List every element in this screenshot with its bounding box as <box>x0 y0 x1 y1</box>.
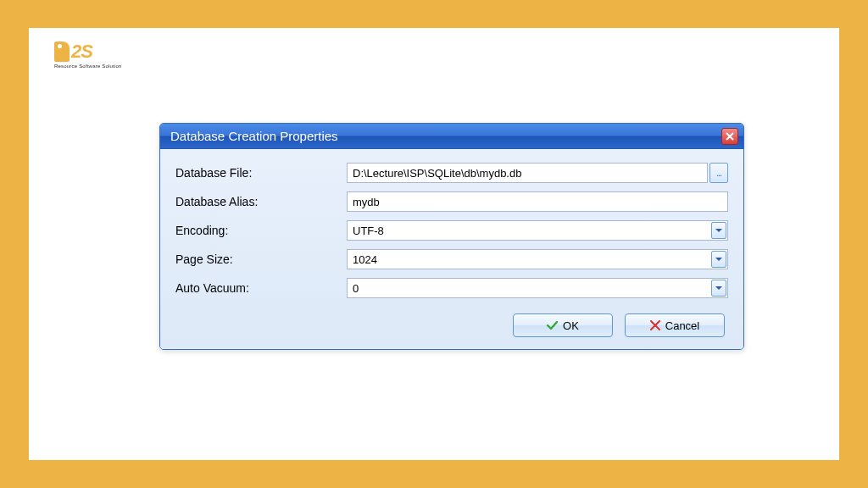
auto-vacuum-dropdown-button[interactable] <box>711 280 726 297</box>
page-size-select[interactable]: 1024 <box>347 249 728 269</box>
check-icon <box>547 321 558 330</box>
chevron-down-icon <box>715 286 722 291</box>
page-size-value: 1024 <box>353 253 377 266</box>
x-icon <box>650 320 660 330</box>
database-creation-dialog: Database Creation Properties Database Fi… <box>159 123 744 350</box>
database-alias-input[interactable] <box>347 191 728 212</box>
logo-mark-icon <box>54 42 70 62</box>
encoding-select[interactable]: UTF-8 <box>347 220 728 241</box>
logo-subtitle: Resource Software Solution <box>54 64 122 69</box>
row-database-alias: Database Alias: <box>175 191 728 212</box>
ellipsis-icon: ... <box>716 169 721 178</box>
row-page-size: Page Size: 1024 <box>175 249 728 269</box>
row-encoding: Encoding: UTF-8 <box>175 220 728 241</box>
cancel-label: Cancel <box>665 319 699 332</box>
auto-vacuum-value: 0 <box>353 282 359 295</box>
cancel-button[interactable]: Cancel <box>625 313 725 337</box>
label-encoding: Encoding: <box>175 224 347 237</box>
browse-button[interactable]: ... <box>709 163 728 183</box>
row-auto-vacuum: Auto Vacuum: 0 <box>175 278 728 298</box>
dialog-body: Database File: ... Database Alias: Encod… <box>160 149 743 349</box>
label-database-alias: Database Alias: <box>175 195 347 208</box>
page-size-dropdown-button[interactable] <box>711 251 726 268</box>
encoding-dropdown-button[interactable] <box>711 222 726 239</box>
ok-label: OK <box>563 319 579 332</box>
auto-vacuum-select[interactable]: 0 <box>347 278 728 298</box>
dialog-button-row: OK Cancel <box>175 313 728 337</box>
dialog-titlebar[interactable]: Database Creation Properties <box>160 124 743 149</box>
close-icon <box>726 132 734 141</box>
chevron-down-icon <box>715 229 722 233</box>
logo: 2S Resource Software Solution <box>54 41 122 69</box>
outer-frame: 2S Resource Software Solution Database C… <box>29 28 839 460</box>
encoding-value: UTF-8 <box>353 225 384 237</box>
logo-text: 2S <box>71 41 92 63</box>
database-file-input[interactable] <box>347 163 708 183</box>
label-auto-vacuum: Auto Vacuum: <box>175 281 347 295</box>
row-database-file: Database File: ... <box>175 163 728 183</box>
logo-main: 2S <box>54 41 122 63</box>
dialog-title: Database Creation Properties <box>170 129 338 143</box>
ok-button[interactable]: OK <box>513 313 613 337</box>
label-database-file: Database File: <box>175 166 347 180</box>
close-button[interactable] <box>721 128 738 145</box>
chevron-down-icon <box>715 258 722 262</box>
label-page-size: Page Size: <box>175 252 347 266</box>
